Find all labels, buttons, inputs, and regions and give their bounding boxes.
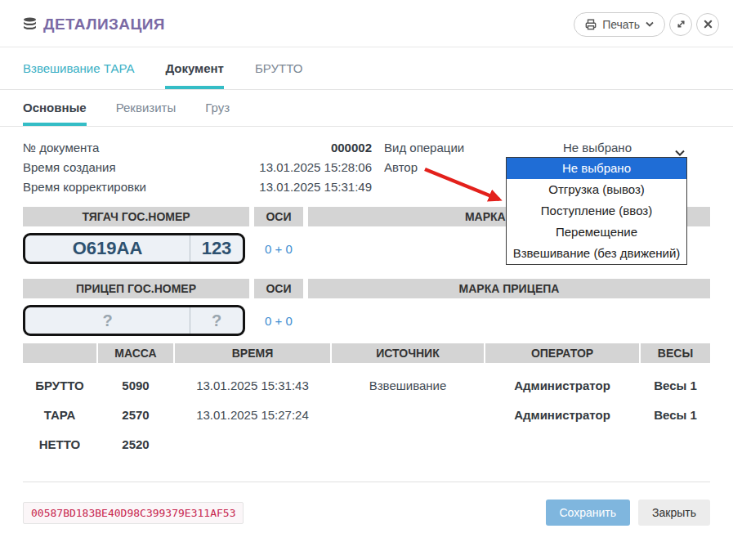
- page-title: ДЕТАЛИЗАЦИЯ: [43, 16, 165, 34]
- trailer-plate-row: ? ? 0 + 0: [23, 305, 710, 336]
- trailer-axles-value[interactable]: 0 + 0: [254, 314, 303, 328]
- subtab-gruz[interactable]: Груз: [205, 90, 230, 126]
- truck-axles-value[interactable]: 0 + 0: [254, 242, 303, 256]
- operation-select[interactable]: Не выбрано: [507, 138, 688, 158]
- time-value: [175, 437, 330, 451]
- truck-axles-header: ОСИ: [254, 207, 303, 226]
- operation-dropdown: Не выбрано Отгрузка (вывоз) Поступление …: [506, 157, 687, 265]
- modal-footer: 00587BD183BE40D98C399379E311AF53 Сохрани…: [0, 482, 733, 526]
- table-row-netto: НЕТТО 2520: [23, 437, 710, 451]
- tab-vzveshivanie-tara[interactable]: Взвешивание ТАРА: [23, 47, 134, 89]
- scales-value: Весы 1: [641, 408, 710, 422]
- tab-brutto[interactable]: БРУТТО: [255, 47, 302, 89]
- operation-selected-value: Не выбрано: [563, 138, 632, 158]
- time-value: 13.01.2025 15:27:24: [175, 408, 330, 422]
- dropdown-option-peremeshchenie[interactable]: Перемещение: [507, 222, 686, 243]
- truck-license-plate[interactable]: О619АА 123: [23, 233, 245, 264]
- dropdown-option-ne-vybrano[interactable]: Не выбрано: [507, 158, 686, 179]
- field-created-time: Время создания 13.01.2025 15:28:06: [23, 158, 372, 177]
- tab-dokument[interactable]: Документ: [165, 47, 224, 89]
- col-header-operator: ОПЕРАТОР: [485, 343, 639, 363]
- operator-value: [485, 437, 639, 451]
- col-header-time: ВРЕМЯ: [175, 343, 330, 363]
- mass-value: 2520: [98, 437, 173, 451]
- col-header-scales: ВЕСЫ: [641, 343, 710, 363]
- row-label: НЕТТО: [23, 437, 96, 451]
- trailer-plate-header: ПРИЦЕП ГОС.НОМЕР: [23, 279, 249, 298]
- trailer-license-plate[interactable]: ? ?: [23, 305, 245, 336]
- row-label: БРУТТО: [23, 379, 96, 392]
- close-footer-button[interactable]: Закрыть: [638, 500, 710, 526]
- weights-table: МАССА ВРЕМЯ ИСТОЧНИК ОПЕРАТОР ВЕСЫ БРУТТ…: [0, 343, 733, 451]
- col-header-source: ИСТОЧНИК: [332, 343, 484, 363]
- field-doc-number: № документа 000002: [23, 138, 372, 158]
- subtab-rekvizity[interactable]: Реквизиты: [116, 90, 177, 126]
- dropdown-option-postuplenie[interactable]: Поступление (ввоз): [507, 200, 686, 222]
- detail-modal: ДЕТАЛИЗАЦИЯ Печать: [0, 0, 733, 560]
- source-value: Взвешивание: [332, 379, 484, 392]
- subtab-osnovnye[interactable]: Основные: [23, 90, 87, 126]
- mass-value: 2570: [98, 408, 173, 422]
- field-label: № документа: [23, 138, 99, 158]
- scales-value: [641, 437, 710, 451]
- truck-plate-region: 123: [190, 235, 243, 262]
- operator-value: Администратор: [485, 379, 639, 392]
- operator-value: Администратор: [485, 408, 639, 422]
- doc-number-value: 000002: [331, 138, 372, 158]
- database-icon: [23, 17, 37, 32]
- truck-plate-header: ТЯГАЧ ГОС.НОМЕР: [23, 207, 249, 226]
- dropdown-option-vzveshivanie[interactable]: Взвешивание (без движений): [507, 243, 686, 264]
- trailer-brand-header: МАРКА ПРИЦЕПА: [308, 279, 710, 298]
- modal-header: ДЕТАЛИЗАЦИЯ Печать: [0, 0, 733, 47]
- trailer-axles-header: ОСИ: [254, 279, 303, 298]
- operation-row: Вид операции Не выбрано: [384, 138, 710, 158]
- trailer-header-row: ПРИЦЕП ГОС.НОМЕР ОСИ МАРКА ПРИЦЕПА: [23, 279, 710, 298]
- truck-plate-number: О619АА: [25, 235, 190, 262]
- expand-icon: [676, 19, 686, 29]
- document-info: № документа 000002 Время создания 13.01.…: [23, 138, 372, 207]
- print-button-label: Печать: [602, 18, 640, 31]
- table-row-brutto: БРУТТО 5090 13.01.2025 15:31:43 Взвешива…: [23, 379, 710, 392]
- weights-table-header: МАССА ВРЕМЯ ИСТОЧНИК ОПЕРАТОР ВЕСЫ: [23, 343, 710, 363]
- sub-tabs: Основные Реквизиты Груз: [0, 90, 733, 127]
- col-header-empty: [23, 343, 96, 363]
- chevron-down-icon: [646, 21, 654, 27]
- operation-label: Вид операции: [384, 138, 507, 158]
- field-label: Время создания: [23, 158, 116, 177]
- printer-icon: [585, 19, 597, 30]
- expand-button[interactable]: [669, 13, 692, 36]
- corrected-time-value: 13.01.2025 15:31:49: [259, 177, 372, 197]
- footer-buttons: Сохранить Закрыть: [546, 500, 711, 526]
- document-hash: 00587BD183BE40D98C399379E311AF53: [23, 502, 244, 524]
- mass-value: 5090: [98, 379, 173, 392]
- dropdown-option-otgruzka[interactable]: Отгрузка (вывоз): [507, 179, 686, 200]
- title-wrap: ДЕТАЛИЗАЦИЯ: [23, 16, 165, 34]
- scales-value: Весы 1: [641, 379, 710, 392]
- main-tabs: Взвешивание ТАРА Документ БРУТТО: [0, 47, 733, 90]
- source-value: [332, 408, 484, 422]
- table-row-tara: ТАРА 2570 13.01.2025 15:27:24 Администра…: [23, 408, 710, 422]
- close-icon: [704, 20, 713, 29]
- field-corrected-time: Время корректировки 13.01.2025 15:31:49: [23, 177, 372, 197]
- print-button[interactable]: Печать: [574, 12, 665, 37]
- header-actions: Печать: [574, 12, 719, 37]
- col-header-mass: МАССА: [98, 343, 173, 363]
- row-label: ТАРА: [23, 408, 96, 422]
- time-value: 13.01.2025 15:31:43: [175, 379, 330, 392]
- close-button[interactable]: [696, 13, 719, 36]
- created-time-value: 13.01.2025 15:28:06: [259, 158, 372, 177]
- source-value: [332, 437, 484, 451]
- author-label: Автор: [384, 158, 507, 177]
- save-button[interactable]: Сохранить: [546, 500, 631, 526]
- trailer-plate-number: ?: [25, 307, 190, 334]
- trailer-plate-region: ?: [190, 307, 243, 334]
- field-label: Время корректировки: [23, 177, 146, 197]
